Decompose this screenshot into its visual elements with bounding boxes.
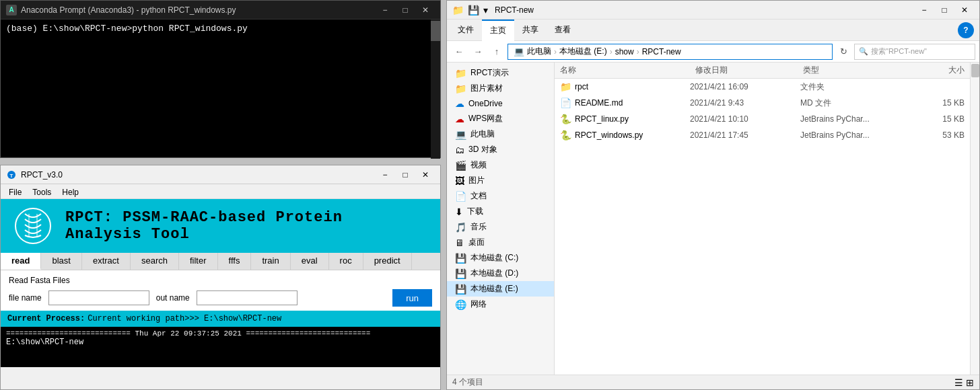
video-icon: 🎬 <box>455 160 466 171</box>
sidebar-item-images[interactable]: 📁 图片素材 <box>447 81 554 96</box>
diske-icon: 💾 <box>455 284 466 295</box>
sidebar-label-music: 音乐 <box>470 221 487 233</box>
col-header-size[interactable]: 大小 <box>911 65 965 76</box>
address-refresh-button[interactable]: ↻ <box>835 44 851 60</box>
explorer-maximize-button[interactable]: □ <box>935 3 954 17</box>
anaconda-maximize-button[interactable]: □ <box>396 3 415 17</box>
thispc-icon: 💻 <box>455 129 466 140</box>
tab-extract[interactable]: extract <box>82 253 131 270</box>
sidebar-item-3d[interactable]: 🗂 3D 对象 <box>447 142 554 157</box>
rpct-tabs: read blast extract search filter fffs tr… <box>1 253 440 270</box>
out-name-input[interactable] <box>197 290 298 305</box>
ribbon-tab-share[interactable]: 共享 <box>514 20 547 41</box>
file-name: rpct <box>575 82 687 91</box>
file-row[interactable]: 🐍 RPCT_windows.py 2021/4/21 17:45 JetBra… <box>555 127 970 143</box>
explorer-window: 📁 💾 ▾ RPCT-new − □ ✕ 文件 主页 共享 查看 ? ← → ↑… <box>446 0 980 390</box>
tab-filter[interactable]: filter <box>179 253 218 270</box>
anaconda-minimize-button[interactable]: − <box>376 3 394 17</box>
music-icon: 🎵 <box>455 222 466 233</box>
tab-read[interactable]: read <box>1 253 41 270</box>
out-name-label: out name <box>156 293 190 303</box>
rpct-maximize-button[interactable]: □ <box>396 167 415 182</box>
tab-eval[interactable]: eval <box>291 253 329 270</box>
file-type: JetBrains PyChar... <box>800 114 908 124</box>
menu-tools[interactable]: Tools <box>27 186 57 197</box>
sidebar-item-video[interactable]: 🎬 视频 <box>447 157 554 173</box>
col-header-name[interactable]: 名称 <box>560 65 695 76</box>
nav-up-button[interactable]: ↑ <box>489 44 505 60</box>
tab-train[interactable]: train <box>251 253 290 270</box>
rpct-status-label: Current Process: <box>7 314 85 323</box>
sidebar-label-onedrive: OneDrive <box>468 99 503 108</box>
ribbon-tab-view[interactable]: 查看 <box>547 20 579 41</box>
sidebar-item-downloads[interactable]: ⬇ 下载 <box>447 204 554 219</box>
sidebar-item-thispc[interactable]: 💻 此电脑 <box>447 126 554 142</box>
anaconda-title: Anaconda Prompt (Anaconda3) - python RPC… <box>21 5 372 15</box>
run-button[interactable]: run <box>392 289 432 307</box>
search-box[interactable]: 🔍 搜索"RPCT-new" <box>854 44 975 60</box>
file-row[interactable]: 📁 rpct 2021/4/21 16:09 文件夹 <box>555 79 970 95</box>
rpct-minimize-button[interactable]: − <box>376 167 394 182</box>
nav-forward-button[interactable]: → <box>470 44 486 60</box>
file-name: RPCT_windows.py <box>575 130 687 140</box>
address-part-0: 此电脑 <box>527 46 551 57</box>
anaconda-window: A Anaconda Prompt (Anaconda3) - python R… <box>0 0 441 158</box>
sidebar-item-pictures[interactable]: 🖼 图片 <box>447 173 554 188</box>
file-type-icon: 🐍 <box>560 130 572 141</box>
sidebar-item-onedrive[interactable]: ☁ OneDrive <box>447 96 554 111</box>
menu-file[interactable]: File <box>3 186 27 197</box>
sidebar-label-rpct: RPCT演示 <box>470 67 509 79</box>
sidebar-item-docs[interactable]: 📄 文档 <box>447 188 554 204</box>
sidebar-item-diske[interactable]: 💾 本地磁盘 (E:) <box>447 281 554 297</box>
rpct-title: RPCT_v3.0 <box>21 170 372 180</box>
file-type-icon: 📄 <box>560 98 572 108</box>
ribbon-tab-home[interactable]: 主页 <box>482 20 514 41</box>
sidebar-item-desktop[interactable]: 🖥 桌面 <box>447 235 554 250</box>
sidebar-label-diske: 本地磁盘 (E:) <box>470 283 518 295</box>
col-header-type[interactable]: 类型 <box>803 65 911 76</box>
explorer-scrollbar[interactable] <box>970 63 979 375</box>
anaconda-close-button[interactable]: ✕ <box>416 3 435 17</box>
sidebar-item-wps[interactable]: ☁ WPS网盘 <box>447 111 554 126</box>
explorer-minimize-button[interactable]: − <box>915 3 934 17</box>
list-view-button[interactable]: ☰ <box>954 377 963 388</box>
anaconda-scrollbar[interactable] <box>431 20 440 159</box>
file-type: 文件夹 <box>800 81 908 93</box>
address-part-3: RPCT-new <box>642 47 681 56</box>
rpct-status-text: Current working path>>> E:\show\RPCT-new <box>88 314 281 323</box>
onedrive-icon: ☁ <box>455 98 464 109</box>
sidebar-label-images: 图片素材 <box>470 83 503 94</box>
rpct-menubar: File Tools Help <box>1 184 440 199</box>
diskd-icon: 💾 <box>455 268 466 279</box>
explorer-ribbon: 文件 主页 共享 查看 ? <box>447 20 979 41</box>
rpct-close-button[interactable]: ✕ <box>416 167 435 182</box>
sidebar-item-network[interactable]: 🌐 网络 <box>447 297 554 312</box>
address-bar[interactable]: 💻 此电脑 › 本地磁盘 (E:) › show › RPCT-new <box>508 44 833 60</box>
sidebar-item-diskd[interactable]: 💾 本地磁盘 (D:) <box>447 266 554 281</box>
sidebar-item-rpct[interactable]: 📁 RPCT演示 <box>447 65 554 81</box>
help-button[interactable]: ? <box>958 22 974 38</box>
explorer-close-button[interactable]: ✕ <box>955 3 974 17</box>
nav-back-button[interactable]: ← <box>451 44 467 60</box>
tab-blast[interactable]: blast <box>41 253 81 270</box>
file-row[interactable]: 🐍 RPCT_linux.py 2021/4/21 10:10 JetBrain… <box>555 111 970 127</box>
rpct-titlebar: T RPCT_v3.0 − □ ✕ <box>1 165 440 184</box>
sidebar-item-diskc[interactable]: 💾 本地磁盘 (C:) <box>447 250 554 266</box>
tab-roc[interactable]: roc <box>329 253 363 270</box>
anaconda-icon: A <box>6 5 17 15</box>
view-toggle: ☰ ⊞ <box>954 377 974 388</box>
col-header-date[interactable]: 修改日期 <box>695 65 803 76</box>
ribbon-tab-file[interactable]: 文件 <box>450 20 482 41</box>
sidebar-label-pictures: 图片 <box>468 175 485 186</box>
anaconda-command: (base) E:\show\RPCT-new>python RPCT_wind… <box>6 24 248 34</box>
tab-search[interactable]: search <box>131 253 179 270</box>
grid-view-button[interactable]: ⊞ <box>966 377 974 388</box>
rpct-status-bar: Current Process: Current working path>>>… <box>1 311 440 327</box>
tab-predict[interactable]: predict <box>363 253 412 270</box>
menu-help[interactable]: Help <box>57 186 84 197</box>
file-type: MD 文件 <box>800 98 908 109</box>
file-row[interactable]: 📄 README.md 2021/4/21 9:43 MD 文件 15 KB <box>555 95 970 111</box>
sidebar-item-music[interactable]: 🎵 音乐 <box>447 219 554 235</box>
file-name-input[interactable] <box>48 290 149 305</box>
tab-fffs[interactable]: fffs <box>218 253 252 270</box>
